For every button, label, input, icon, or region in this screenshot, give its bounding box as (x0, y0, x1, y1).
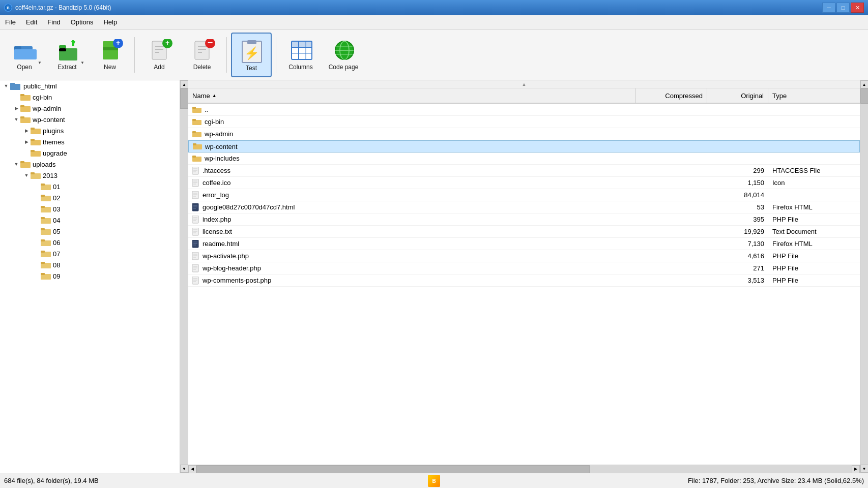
columns-button[interactable]: Columns (280, 33, 321, 77)
tree-content[interactable]: ▼ public_html ▶ cgi-bin (0, 80, 180, 473)
tree-item-07[interactable]: ▶ 07 (0, 248, 180, 259)
tree-item-05[interactable]: ▶ 05 (0, 226, 180, 237)
tree-item-03[interactable]: ▶ 03 (0, 203, 180, 215)
file-panel: ▲ Name ▲ Compressed Original Type (188, 80, 868, 473)
file-row-error-log[interactable]: error_log 84,014 (188, 189, 860, 201)
col-name-header[interactable]: Name ▲ (188, 88, 636, 103)
tree-item-plugins[interactable]: ▶ plugins (0, 125, 180, 136)
file-scroll-up[interactable]: ▲ (860, 80, 869, 88)
file-row-wp-admin[interactable]: wp-admin (188, 128, 860, 140)
col-compressed-header[interactable]: Compressed (636, 88, 707, 103)
test-button[interactable]: ⚡ Test (231, 33, 272, 77)
tree-item-04[interactable]: ▶ 04 (0, 215, 180, 226)
tree-toggle-plugins[interactable]: ▶ (22, 127, 31, 135)
sort-up-area[interactable]: ▲ (188, 80, 860, 88)
tree-toggle-public-html[interactable]: ▼ (2, 82, 10, 90)
add-button[interactable]: + Add (139, 33, 180, 77)
extract-button[interactable]: Extract ▼ (47, 33, 88, 77)
tree-item-uploads[interactable]: ▼ uploads (0, 159, 180, 170)
svg-rect-44 (10, 83, 15, 85)
tree-item-06[interactable]: ▶ 06 (0, 237, 180, 248)
file-icon-wp-blog-header (192, 264, 199, 272)
h-scroll-thumb[interactable] (196, 465, 590, 473)
delete-button[interactable]: − Delete (182, 33, 222, 77)
tree-toggle-wp-admin[interactable]: ▶ (12, 104, 20, 112)
tree-item-2013[interactable]: ▼ 2013 (0, 170, 180, 181)
svg-rect-80 (192, 107, 196, 109)
tree-item-themes[interactable]: ▶ themes (0, 136, 180, 147)
file-scroll-thumb[interactable] (860, 88, 869, 104)
file-row-htaccess-type: HTACCESS File (768, 167, 860, 174)
file-row-wp-comments-post[interactable]: wp-comments-post.php 3,513 PHP File (188, 274, 860, 287)
tree-scroll-down[interactable]: ▼ (180, 465, 188, 473)
h-scroll-right[interactable]: ▶ (852, 465, 860, 473)
tree-v-scrollbar[interactable]: ▲ ▼ (180, 80, 188, 473)
col-type-label: Type (772, 92, 787, 100)
tree-item-wp-admin[interactable]: ▶ wp-admin (0, 103, 180, 114)
tree-label-upgrade: upgrade (43, 149, 67, 157)
file-row-wp-activate-name: wp-activate.php (188, 252, 636, 260)
file-row-dotdot[interactable]: .. (188, 104, 860, 116)
file-row-coffee-ico[interactable]: coffee.ico 1,150 Icon (188, 177, 860, 189)
tree-item-public-html[interactable]: ▼ public_html (0, 80, 180, 92)
file-row-wp-content[interactable]: wp-content (188, 140, 860, 152)
svg-text:⚡: ⚡ (244, 46, 259, 60)
file-row-htaccess[interactable]: .htaccess 299 HTACCESS File (188, 165, 860, 177)
file-v-scrollbar[interactable]: ▲ ▼ (860, 80, 868, 473)
file-h-scrollbar[interactable]: ◀ ▶ (188, 465, 860, 473)
file-row-readme-html[interactable]: readme.html 7,130 Firefox HTML (188, 238, 860, 250)
h-scroll-track[interactable] (196, 465, 852, 473)
open-button[interactable]: Open ▼ (4, 33, 45, 77)
svg-rect-52 (31, 128, 35, 130)
extract-icon (56, 39, 78, 62)
col-type-header[interactable]: Type (768, 88, 860, 103)
col-original-header[interactable]: Original (707, 88, 768, 103)
file-row-cgi-bin[interactable]: cgi-bin (188, 116, 860, 128)
file-row-wp-comments-post-name: wp-comments-post.php (188, 277, 636, 285)
tree-item-wp-content[interactable]: ▼ wp-content (0, 114, 180, 125)
minimize-button[interactable]: ─ (822, 3, 835, 13)
tree-scroll-thumb[interactable] (180, 88, 188, 109)
file-icon-index-php (192, 216, 199, 224)
file-scroll-track[interactable] (860, 88, 869, 465)
tree-toggle-2013[interactable]: ▼ (22, 171, 31, 179)
tree-toggle-themes[interactable]: ▶ (22, 138, 31, 146)
menu-find[interactable]: Find (42, 16, 65, 28)
file-row-wp-includes[interactable]: wp-includes (188, 152, 860, 165)
menu-help[interactable]: Help (98, 16, 122, 28)
col-name-label: Name (192, 92, 210, 100)
file-row-index-php[interactable]: index.php 395 PHP File (188, 214, 860, 226)
file-row-google-html[interactable]: google08d27c0070d47cd7.html 53 Firefox H… (188, 201, 860, 214)
file-row-wp-blog-header-type: PHP File (768, 264, 860, 272)
tree-toggle-uploads[interactable]: ▼ (12, 160, 20, 168)
codepage-icon (332, 39, 355, 62)
menu-edit[interactable]: Edit (21, 16, 42, 28)
columns-icon (290, 39, 312, 62)
tree-scroll-up[interactable]: ▲ (180, 80, 188, 88)
tree-scroll-track[interactable] (180, 88, 188, 465)
menu-options[interactable]: Options (66, 16, 99, 28)
svg-rect-60 (31, 172, 35, 174)
h-scroll-left[interactable]: ◀ (188, 465, 196, 473)
window-controls[interactable]: ─ □ ✕ (822, 3, 864, 13)
svg-rect-34 (292, 41, 299, 47)
file-row-license-txt[interactable]: license.txt 19,929 Text Document (188, 226, 860, 238)
file-list[interactable]: .. cgi-bin (188, 104, 860, 465)
tree-item-09[interactable]: ▶ 09 (0, 270, 180, 282)
tree-item-08[interactable]: ▶ 08 (0, 259, 180, 270)
maximize-button[interactable]: □ (836, 3, 850, 13)
file-row-dotdot-name: .. (188, 106, 636, 113)
close-button[interactable]: ✕ (851, 3, 864, 13)
new-button[interactable]: + New (90, 33, 130, 77)
file-row-wp-activate[interactable]: wp-activate.php 4,616 PHP File (188, 250, 860, 262)
tree-item-cgi-bin[interactable]: ▶ cgi-bin (0, 92, 180, 103)
file-scroll-down[interactable]: ▼ (860, 465, 869, 473)
file-row-error-log-name: error_log (188, 191, 636, 199)
menu-file[interactable]: File (0, 16, 21, 28)
tree-item-02[interactable]: ▶ 02 (0, 192, 180, 203)
tree-toggle-wp-content[interactable]: ▼ (12, 115, 20, 124)
tree-item-upgrade[interactable]: ▶ upgrade (0, 147, 180, 159)
codepage-button[interactable]: Code page (323, 33, 364, 77)
file-row-wp-blog-header[interactable]: wp-blog-header.php 271 PHP File (188, 262, 860, 274)
tree-item-01[interactable]: ▶ 01 (0, 181, 180, 192)
